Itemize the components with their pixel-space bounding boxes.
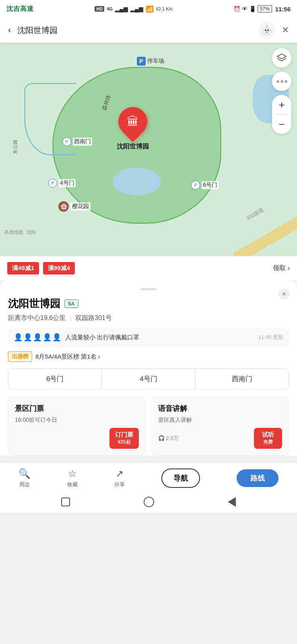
cherry-blossom-poi[interactable]: 🌸 樱花园 <box>58 201 91 212</box>
parking-label: 停车场 <box>147 58 164 65</box>
main-location-pin[interactable]: 🏛 沈阳世博园 <box>117 107 149 151</box>
buy-ticket-button[interactable]: 订门票 ¥25起 <box>109 428 139 449</box>
status-center: HD 4G ▂▄▆ ▂▄▆ 📶 62.1 K/s <box>95 5 172 13</box>
navigate-button[interactable]: 导航 <box>161 469 200 488</box>
home-button[interactable] <box>144 497 154 507</box>
crowd-update-time: 11:45 更新 <box>258 334 283 341</box>
coupon-1[interactable]: 满49减1 <box>7 262 39 275</box>
travel-rank[interactable]: 出游榜 8月5A/4A景区榜 第1名 › <box>8 351 289 362</box>
gate-4-marker: P 4号门 <box>48 179 76 188</box>
panel-handle <box>140 288 157 290</box>
crowd-person-5: 👤 <box>52 333 61 342</box>
tickets-section: 景区门票 16:00前可订今日 订门票 ¥25起 语音讲解 景区真人讲解 🎧 2… <box>8 397 289 456</box>
search-bar: ‹ 沈阳世博园 ✕ <box>0 18 297 43</box>
hd-label: HD <box>95 6 104 12</box>
audio-card: 语音讲解 景区真人讲解 🎧 2.5万 试听 免费 <box>151 397 289 456</box>
panel-close-button[interactable]: ✕ <box>278 288 290 299</box>
crowd-person-1: 👤 <box>14 333 23 342</box>
crowd-person-4: 👤 <box>43 333 52 342</box>
recent-apps-button[interactable] <box>61 497 70 506</box>
gates-row: 6号门 4号门 西南门 <box>8 368 289 390</box>
rank-badge: 出游榜 <box>8 351 32 362</box>
back-button[interactable]: ‹ <box>6 23 12 37</box>
gate-southwest-marker: P 西南门 <box>62 137 92 146</box>
gate-badge: P <box>62 137 71 146</box>
share-nav-item[interactable]: ↗ 分享 <box>114 468 125 488</box>
crowd-status-text: 人流量较小 出行请佩戴口罩 <box>65 334 139 341</box>
route-button[interactable]: 路线 <box>237 469 278 487</box>
venue-title-row: 沈阳世博园 5A <box>8 297 289 311</box>
gate-4-label: 4号门 <box>59 179 76 187</box>
robot-icon[interactable] <box>258 22 275 39</box>
map-area[interactable]: 202国道 P 停车场 森林路 东公路 🏛 沈阳世博园 P 西南门 P 4号门 … <box>0 43 297 256</box>
parking-marker: P 停车场 <box>137 57 164 66</box>
crowd-left: 👤 👤 👤 👤 👤 人流量较小 出行请佩戴口罩 <box>14 333 139 342</box>
favorite-nav-item[interactable]: ☆ 收藏 <box>67 468 78 488</box>
signal-4g: 4G <box>107 6 113 11</box>
coupon-tags: 满49减1 满99减4 <box>7 262 75 275</box>
nearby-nav-item[interactable]: 🔍 周边 <box>19 468 31 488</box>
favorite-icon: ☆ <box>68 468 77 479</box>
search-input[interactable]: 沈阳世博园 <box>17 25 254 36</box>
ticket-sub: 16:00前可订今日 <box>15 417 139 424</box>
signal-bars2: ▂▄▆ <box>130 6 143 12</box>
signal-bars: ▂▄▆ <box>115 6 128 12</box>
share-label: 分享 <box>114 481 125 488</box>
crowd-icons: 👤 👤 👤 👤 👤 <box>14 333 61 342</box>
map-attribution: 高德地图 沈阳 <box>4 229 36 236</box>
pin-circle: 🏛 <box>112 101 153 142</box>
status-bar: 沈吉高速 HD 4G ▂▄▆ ▂▄▆ 📶 62.1 K/s ⏰ 👁 📱 57% … <box>0 0 297 18</box>
battery-label: 57% <box>258 5 272 12</box>
pin-label: 沈阳世博园 <box>117 142 149 151</box>
gate6-badge: P <box>191 181 200 190</box>
left-road-label: 东公路 <box>12 140 19 154</box>
ticket-title: 景区门票 <box>15 404 139 413</box>
svg-rect-3 <box>266 32 268 33</box>
svg-point-5 <box>266 26 268 27</box>
building-icon: 🏛 <box>127 115 139 128</box>
favorite-label: 收藏 <box>67 481 78 488</box>
gate-southwest-label: 西南门 <box>73 138 92 146</box>
ticket-action-row: 订门票 ¥25起 <box>15 428 139 449</box>
buy-ticket-label: 订门票 <box>115 431 133 439</box>
layers-button[interactable] <box>272 48 291 68</box>
venue-detail-panel: ✕ 沈阳世博园 5A 距离市中心19.6公里 | 双园路301号 👤 👤 👤 👤… <box>0 280 297 456</box>
crowd-info-bar: 👤 👤 👤 👤 👤 人流量较小 出行请佩戴口罩 11:45 更新 <box>8 328 289 347</box>
venue-address: 双园路301号 <box>75 314 112 322</box>
coupon-2[interactable]: 满99减4 <box>43 262 75 275</box>
audio-title: 语音讲解 <box>158 404 282 413</box>
audio-try-button[interactable]: 试听 免费 <box>254 428 282 449</box>
cherry-label: 樱花园 <box>70 202 91 211</box>
more-button[interactable] <box>272 72 291 91</box>
cherry-icon: 🌸 <box>58 201 69 212</box>
audio-btn-sub: 免费 <box>260 439 276 446</box>
audio-listeners: 🎧 2.5万 <box>158 435 179 442</box>
zoom-out-button[interactable]: − <box>272 115 291 134</box>
back-button-sys[interactable] <box>228 497 236 507</box>
nearby-label: 周边 <box>19 481 30 488</box>
alarm-icon: ⏰ <box>233 6 240 12</box>
gate-6-marker: P 6号门 <box>191 181 219 190</box>
gate-4-button[interactable]: 4号门 <box>102 369 195 389</box>
close-search-button[interactable]: ✕ <box>280 23 291 37</box>
ticket-price: ¥25起 <box>115 439 133 446</box>
svg-rect-1 <box>265 29 266 31</box>
venue-distance: 距离市中心19.6公里 <box>8 314 66 322</box>
nearby-icon: 🔍 <box>19 468 31 479</box>
audio-desc: 景区真人讲解 <box>158 417 282 424</box>
sim-icon: 📱 <box>249 6 256 12</box>
crowd-person-2: 👤 <box>23 333 32 342</box>
wifi-icon: 📶 <box>146 5 154 13</box>
gate-southwest-button[interactable]: 西南门 <box>196 369 289 389</box>
eye-icon: 👁 <box>242 6 248 12</box>
gate-6-button[interactable]: 6号门 <box>8 369 102 389</box>
status-right: ⏰ 👁 📱 57% 11:56 <box>233 5 291 12</box>
svg-rect-2 <box>267 29 269 31</box>
coupon-bar: 满49减1 满99减4 领取 › <box>0 256 297 280</box>
zoom-in-button[interactable]: + <box>272 95 291 114</box>
time-label: 11:56 <box>275 6 291 12</box>
attribution-sub: 沈阳 <box>26 229 36 235</box>
speed-label: 62.1 K/s <box>156 6 172 11</box>
coupon-collect-button[interactable]: 领取 › <box>273 264 290 272</box>
venue-5a-badge: 5A <box>64 299 78 308</box>
